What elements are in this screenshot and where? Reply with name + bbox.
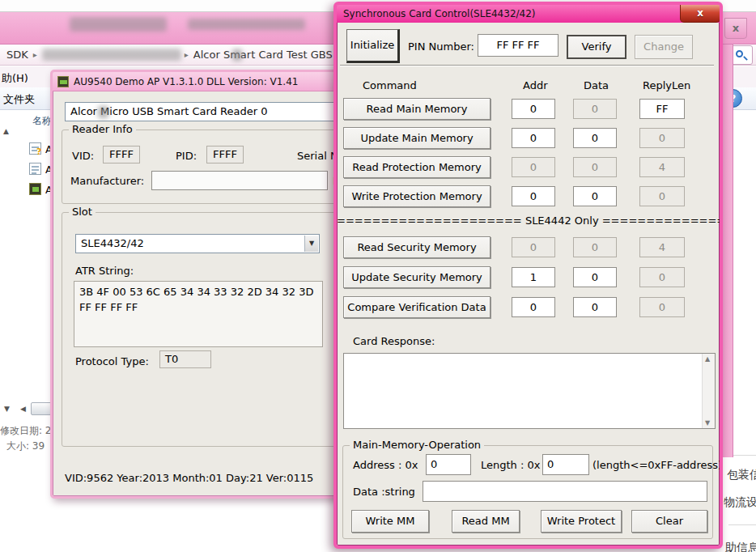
data-field-5[interactable]: 0 (573, 267, 617, 287)
scroll-up-icon[interactable]: ▲ (705, 355, 710, 363)
data-string-field[interactable] (423, 481, 707, 502)
search-icon-handle (743, 56, 748, 61)
atr-label: ATR String: (75, 265, 134, 277)
application-icon (29, 183, 41, 195)
addr-field-5[interactable]: 1 (512, 267, 555, 287)
compare-verification-data-button[interactable]: Compare Verification Data (343, 296, 491, 318)
data-field-2[interactable]: 0 (573, 157, 617, 177)
length-field[interactable]: 0 (542, 454, 589, 475)
pid-label: PID: (176, 150, 197, 162)
file-icon (29, 163, 41, 175)
manufacturer-label: Manufacturer: (70, 175, 144, 187)
reply-field-5[interactable]: 0 (639, 267, 685, 287)
divider (733, 455, 756, 456)
read-security-memory-button[interactable]: Read Security Memory (343, 236, 491, 258)
verify-button[interactable]: Verify (567, 35, 626, 59)
background-close-button[interactable]: x (724, 18, 747, 39)
status-text: VID:9562 Year:2013 Month:01 Day:21 Ver:0… (65, 472, 313, 484)
addr-field-3[interactable]: 0 (512, 186, 555, 206)
data-field-3[interactable]: 0 (573, 186, 617, 206)
atr-line2: FF FF FF FF (79, 299, 317, 315)
clear-button[interactable]: Clear (631, 510, 707, 533)
redacted-breadcrumb (42, 49, 181, 61)
pin-number-field[interactable]: FF FF FF (478, 34, 559, 57)
data-field-1[interactable]: 0 (573, 128, 617, 148)
au9540-title: AU9540 Demo AP V1.3.1.0 DLL Version: V1.… (74, 72, 298, 91)
column-header-name[interactable]: 名称 (32, 114, 52, 128)
length-label: Length : 0x (481, 459, 540, 471)
data-field-4[interactable]: 0 (573, 237, 617, 257)
mmo-caption: Main-Memory-Operation (350, 439, 484, 451)
search-icon (736, 50, 743, 57)
au9540-demo-dialog: AU9540 Demo AP V1.3.1.0 DLL Version: V1.… (50, 70, 346, 499)
addr-field-2[interactable]: 0 (512, 157, 555, 177)
atr-string-box: 3B 4F 00 53 6C 65 34 34 33 32 2D 34 32 3… (74, 281, 323, 347)
toolbar-folders-button[interactable]: 文件夹 (3, 92, 35, 107)
manufacturer-field[interactable] (151, 171, 328, 190)
data-field-0[interactable]: 0 (573, 99, 617, 119)
chevron-down-icon[interactable]: ▼ (304, 236, 318, 252)
response-scrollbar[interactable]: ▲ ▼ (702, 354, 715, 428)
addr-field-1[interactable]: 0 (512, 128, 555, 148)
change-button[interactable]: Change (635, 35, 693, 59)
data-string-label: Data :string (353, 486, 415, 498)
reader-info-group: Reader Info VID: FFFF PID: FFFF Serial N… (62, 130, 342, 204)
card-response-box[interactable]: ▲ ▼ (343, 353, 716, 429)
slot-caption: Slot (69, 206, 96, 218)
redacted-title-text-2 (188, 19, 305, 30)
slot-selected: SLE4432/42 (81, 237, 144, 249)
reader-info-caption: Reader Info (69, 123, 136, 135)
scroll-down-icon[interactable]: ▼ (4, 405, 10, 413)
sync-card-dialog: Synchronous Card Control(SLE4432/42) x I… (333, 2, 723, 549)
write-mm-button[interactable]: Write MM (351, 510, 429, 533)
menu-help[interactable]: 助(H) (2, 71, 28, 86)
col-command: Command (363, 79, 417, 91)
reply-field-4[interactable]: 4 (639, 237, 685, 257)
reply-field-0[interactable]: FF (639, 99, 685, 119)
breadcrumb-arrow-icon: ▸ (33, 50, 37, 59)
slot-select[interactable]: SLE4432/42 ▼ (75, 234, 320, 253)
reply-field-3[interactable]: 0 (639, 186, 685, 206)
read-mm-button[interactable]: Read MM (452, 510, 520, 533)
reply-field-1[interactable]: 0 (639, 128, 685, 148)
redacted-title-text (70, 17, 167, 32)
addr-field-0[interactable]: 0 (512, 99, 555, 119)
main-memory-operation-group: Main-Memory-Operation Address : 0x 0 Len… (342, 445, 713, 539)
scroll-up-icon[interactable]: ▲ (3, 127, 9, 135)
detail-size: 大小: 39 (6, 439, 45, 453)
update-security-memory-button[interactable]: Update Security Memory (343, 266, 491, 288)
reader-select[interactable]: Alcor Micro USB Smart Card Reader 0 (65, 102, 335, 121)
read-protection-memory-button[interactable]: Read Protection Memory (343, 156, 491, 178)
close-icon[interactable]: x (680, 5, 720, 23)
pid-field[interactable]: FFFF (206, 146, 244, 163)
vid-field[interactable]: FFFF (103, 146, 140, 163)
window-right-border (723, 45, 733, 457)
protocol-label: Protocol Type: (75, 355, 149, 367)
protocol-field[interactable]: T0 (159, 350, 211, 368)
update-main-memory-button[interactable]: Update Main Memory (343, 127, 491, 149)
right-label-help-info: 助信息 (725, 541, 756, 552)
right-label-logistics: 物流设 (724, 495, 756, 510)
read-main-memory-button[interactable]: Read Main Memory (343, 98, 491, 120)
write-protection-memory-button[interactable]: Write Protection Memory (343, 185, 491, 207)
au9540-app-icon (57, 76, 69, 87)
addr-field-6[interactable]: 0 (512, 297, 555, 317)
addr-field-4[interactable]: 0 (512, 237, 555, 257)
scroll-down-icon[interactable]: ▼ (705, 419, 710, 427)
vid-label: VID: (72, 150, 94, 162)
sync-title: Synchronous Card Control(SLE4432/42) (343, 5, 536, 23)
scroll-left-icon[interactable]: ◀ (20, 405, 26, 413)
initialize-button[interactable]: Initialize (346, 29, 400, 63)
breadcrumb-path[interactable]: Alcor Smart Card Test GBS W (193, 49, 346, 61)
detail-modified: 修改日期: 20 (0, 424, 57, 438)
breadcrumb-sdk[interactable]: SDK (6, 49, 28, 61)
reply-field-6[interactable]: 0 (639, 297, 685, 317)
reply-field-2[interactable]: 4 (639, 157, 685, 177)
address-field[interactable]: 0 (426, 454, 471, 475)
write-protect-button[interactable]: Write Protect (541, 510, 622, 533)
sync-titlebar[interactable]: Synchronous Card Control(SLE4432/42) (337, 5, 720, 23)
data-field-6[interactable]: 0 (573, 297, 617, 317)
col-data: Data (584, 79, 609, 91)
au9540-titlebar[interactable]: AU9540 Demo AP V1.3.1.0 DLL Version: V1.… (53, 72, 344, 91)
length-constraint: (length<=0xFF-address) (592, 459, 722, 471)
